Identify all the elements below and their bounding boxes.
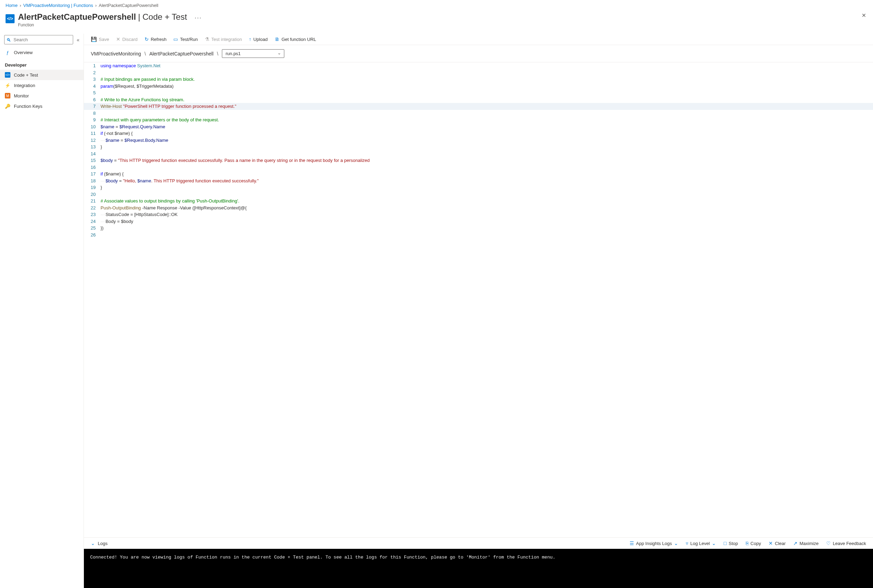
function-resource-icon: </> [6,14,15,23]
discard-button[interactable]: ✕Discard [116,36,138,42]
function-icon: ƒ [5,50,10,55]
discard-icon: ✕ [116,36,120,42]
leave-feedback-button[interactable]: ♡Leave Feedback [826,540,866,546]
code-icon: </> [5,72,10,78]
chevron-down-icon: ⌄ [674,540,678,546]
upload-button[interactable]: ↑Upload [249,36,268,42]
sidebar-item-label: Overview [14,50,33,55]
chevron-down-icon: ⌄ [91,540,95,546]
sidebar-item-integration[interactable]: ⚡ Integration [0,80,84,90]
filter-icon: ▿ [686,540,688,546]
breadcrumb-sep-icon: › [95,3,96,8]
breadcrumb-home[interactable]: Home [6,3,18,8]
logs-toolbar: ⌄ Logs ☰App Insights Logs⌄ ▿Log Level⌄ □… [84,537,873,549]
link-icon: 🗎 [274,36,279,42]
flask-icon: ⚗ [205,36,209,42]
save-button[interactable]: 💾Save [91,36,109,42]
maximize-button[interactable]: ↗Maximize [793,540,819,546]
test-run-button[interactable]: ▭Test/Run [173,36,198,42]
collapse-sidebar-button[interactable]: « [76,37,80,43]
resource-kind-label: Function [18,22,202,27]
app-insights-logs-button[interactable]: ☰App Insights Logs⌄ [630,540,678,546]
path-segment-root: VMProactiveMonitoring [91,51,141,57]
maximize-icon: ↗ [793,540,797,546]
clear-button[interactable]: ✕Clear [769,540,786,546]
refresh-icon: ↻ [145,36,149,42]
more-actions-button[interactable]: ··· [195,14,202,21]
copy-icon: ⎘ [746,540,748,546]
upload-icon: ↑ [249,36,251,42]
list-icon: ☰ [630,540,634,546]
sidebar-item-function-keys[interactable]: 🔑 Function Keys [0,101,84,111]
refresh-button[interactable]: ↻Refresh [145,36,167,42]
sidebar-group-developer: Developer [0,57,84,70]
breadcrumb-current[interactable]: AlertPacketCaptuePowershell [99,3,159,8]
code-editor[interactable]: 1using namespace System.Net 2 3# Input b… [84,62,873,537]
chevron-down-icon: ⌄ [712,540,716,546]
clear-icon: ✕ [769,540,773,546]
breadcrumb: Home › VMProactiveMonitoring | Functions… [0,0,873,11]
close-icon[interactable]: ✕ [861,12,866,19]
sidebar-item-monitor[interactable]: M Monitor [0,90,84,101]
lightning-icon: ⚡ [5,82,10,88]
sidebar-item-label: Integration [14,83,35,88]
sidebar-item-label: Code + Test [14,72,38,78]
file-path-bar: VMProactiveMonitoring \ AlertPacketCaptu… [84,45,873,62]
main-panel: 💾Save ✕Discard ↻Refresh ▭Test/Run ⚗Test … [84,34,873,588]
file-select-dropdown[interactable]: run.ps1 [222,49,284,58]
breadcrumb-sep-icon: › [20,3,21,8]
page-title-section: | Code + Test [138,12,187,22]
logs-toggle-button[interactable]: ⌄ Logs [91,540,108,546]
test-integration-button[interactable]: ⚗Test integration [205,36,242,42]
testrun-icon: ▭ [173,36,178,42]
sidebar-item-overview[interactable]: ƒ Overview [0,47,84,57]
heart-icon: ♡ [826,540,831,546]
sidebar-item-label: Monitor [14,93,29,99]
logs-console: Connected! You are now viewing logs of F… [84,549,873,588]
sidebar: 🔍︎ « ƒ Overview Developer </> Code + Tes… [0,34,84,588]
page-header: </> AlertPacketCaptuePowershell | Code +… [0,11,873,34]
search-icon: 🔍︎ [7,37,11,42]
get-function-url-button[interactable]: 🗎Get function URL [274,36,316,42]
key-icon: 🔑 [5,104,10,109]
sidebar-item-code-test[interactable]: </> Code + Test [0,70,84,80]
log-level-button[interactable]: ▿Log Level⌄ [686,540,716,546]
path-sep-icon: \ [145,51,146,57]
path-segment-func: AlertPacketCaptuePowershell [149,51,214,57]
sidebar-item-label: Function Keys [14,104,42,109]
stop-icon: □ [724,540,726,546]
save-icon: 💾 [91,36,97,42]
search-input[interactable] [4,35,73,44]
stop-button[interactable]: □Stop [724,540,738,546]
monitor-icon: M [5,93,10,99]
page-title: AlertPacketCaptuePowershell [18,12,136,22]
breadcrumb-l1[interactable]: VMProactiveMonitoring | Functions [23,3,93,8]
copy-button[interactable]: ⎘Copy [746,540,761,546]
path-sep-icon: \ [217,51,218,57]
toolbar: 💾Save ✕Discard ↻Refresh ▭Test/Run ⚗Test … [84,34,873,45]
